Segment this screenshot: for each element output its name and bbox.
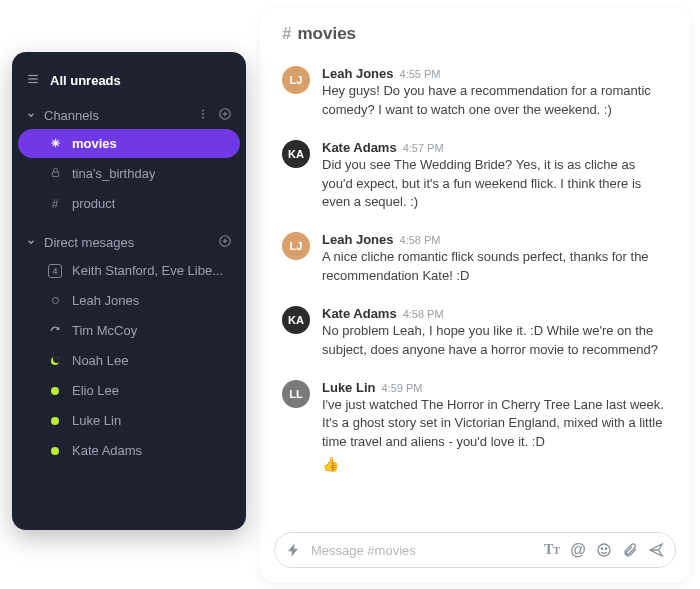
svg-rect-12 bbox=[52, 172, 58, 177]
message-author[interactable]: Kate Adams bbox=[322, 140, 397, 155]
dm-label: Kate Adams bbox=[72, 443, 142, 458]
svg-point-6 bbox=[202, 110, 204, 112]
presence-online-icon bbox=[51, 387, 59, 395]
presence-idle-icon bbox=[51, 357, 59, 365]
message-time: 4:58 PM bbox=[403, 308, 444, 320]
dm-item[interactable]: Leah Jones bbox=[18, 286, 240, 315]
message-time: 4:55 PM bbox=[400, 68, 441, 80]
svg-point-1 bbox=[601, 548, 602, 549]
composer[interactable]: TT @ bbox=[274, 532, 676, 568]
channels-more-icon[interactable] bbox=[196, 108, 210, 123]
dm-item[interactable]: 4Keith Stanford, Eve Libe... bbox=[18, 256, 240, 285]
message-time: 4:59 PM bbox=[381, 382, 422, 394]
dm-item[interactable]: Luke Lin bbox=[18, 406, 240, 435]
hash-icon: # bbox=[48, 197, 62, 211]
dm-item[interactable]: Tim McCoy bbox=[18, 316, 240, 345]
channels-section-header[interactable]: Channels bbox=[12, 99, 246, 128]
message: LJLeah Jones4:55 PMHey guys! Do you have… bbox=[282, 60, 668, 134]
chat-header: #movies bbox=[260, 8, 690, 56]
attach-icon[interactable] bbox=[621, 541, 639, 559]
hash-icon: ✳︎ bbox=[48, 137, 62, 150]
reaction-thumbs-up[interactable]: 👍 bbox=[322, 456, 668, 472]
channel-label: movies bbox=[72, 136, 117, 151]
dm-label: Leah Jones bbox=[72, 293, 139, 308]
composer-input[interactable] bbox=[311, 543, 535, 558]
dm-label: Direct mesages bbox=[44, 235, 210, 250]
message-author[interactable]: Leah Jones bbox=[322, 232, 394, 247]
send-icon[interactable] bbox=[647, 541, 665, 559]
chevron-down-icon bbox=[26, 108, 36, 123]
mention-icon[interactable]: @ bbox=[569, 541, 587, 559]
svg-point-8 bbox=[202, 117, 204, 119]
dm-section-header[interactable]: Direct mesages bbox=[12, 226, 246, 255]
dm-item[interactable]: Kate Adams bbox=[18, 436, 240, 465]
avatar[interactable]: LJ bbox=[282, 66, 310, 94]
message-time: 4:57 PM bbox=[403, 142, 444, 154]
svg-point-2 bbox=[605, 548, 606, 549]
chat-panel: #movies LJLeah Jones4:55 PMHey guys! Do … bbox=[260, 8, 690, 582]
dm-label: Tim McCoy bbox=[72, 323, 137, 338]
message-text: Hey guys! Do you have a recommendation f… bbox=[322, 82, 668, 120]
message-author[interactable]: Kate Adams bbox=[322, 306, 397, 321]
avatar[interactable]: LJ bbox=[282, 232, 310, 260]
format-icon[interactable]: TT bbox=[543, 541, 561, 559]
hash-icon: # bbox=[282, 24, 291, 43]
message: LJLeah Jones4:58 PMA nice cliche romanti… bbox=[282, 226, 668, 300]
avatar[interactable]: KA bbox=[282, 140, 310, 168]
presence-online-icon bbox=[51, 447, 59, 455]
lightning-icon[interactable] bbox=[285, 541, 303, 559]
message-text: A nice cliche romantic flick sounds perf… bbox=[322, 248, 668, 286]
message-text: Did you see The Wedding Bride? Yes, it i… bbox=[322, 156, 668, 213]
message-list[interactable]: LJLeah Jones4:55 PMHey guys! Do you have… bbox=[260, 56, 690, 528]
sidebar: All unreads Channels ✳︎moviestina's_birt… bbox=[12, 52, 246, 530]
channel-item-movies[interactable]: ✳︎movies bbox=[18, 129, 240, 158]
channel-label: tina's_birthday bbox=[72, 166, 155, 181]
avatar[interactable]: LL bbox=[282, 380, 310, 408]
message-author[interactable]: Leah Jones bbox=[322, 66, 394, 81]
message: KAKate Adams4:57 PMDid you see The Weddi… bbox=[282, 134, 668, 227]
dm-item[interactable]: Noah Lee bbox=[18, 346, 240, 375]
list-icon bbox=[26, 72, 40, 89]
presence-online-icon bbox=[51, 417, 59, 425]
message-time: 4:58 PM bbox=[400, 234, 441, 246]
dm-label: Luke Lin bbox=[72, 413, 121, 428]
lock-icon bbox=[48, 167, 62, 181]
chevron-down-icon bbox=[26, 235, 36, 250]
avatar[interactable]: KA bbox=[282, 306, 310, 334]
channels-label: Channels bbox=[44, 108, 188, 123]
message: KAKate Adams4:58 PMNo problem Leah, I ho… bbox=[282, 300, 668, 374]
dm-label: Keith Stanford, Eve Libe... bbox=[72, 263, 223, 278]
dm-label: Elio Lee bbox=[72, 383, 119, 398]
dm-count-badge: 4 bbox=[48, 264, 62, 278]
channel-title: movies bbox=[297, 24, 356, 43]
add-channel-icon[interactable] bbox=[218, 107, 232, 124]
dm-item[interactable]: Elio Lee bbox=[18, 376, 240, 405]
message: LLLuke Lin4:59 PMI've just watched The H… bbox=[282, 374, 668, 487]
channel-item-tina-s-birthday[interactable]: tina's_birthday bbox=[18, 159, 240, 188]
add-dm-icon[interactable] bbox=[218, 234, 232, 251]
dm-label: Noah Lee bbox=[72, 353, 128, 368]
all-unreads-row[interactable]: All unreads bbox=[12, 66, 246, 99]
message-author[interactable]: Luke Lin bbox=[322, 380, 375, 395]
channel-item-product[interactable]: #product bbox=[18, 189, 240, 218]
all-unreads-label: All unreads bbox=[50, 73, 121, 88]
emoji-icon[interactable] bbox=[595, 541, 613, 559]
message-text: I've just watched The Horror in Cherry T… bbox=[322, 396, 668, 453]
svg-point-7 bbox=[202, 113, 204, 115]
channel-label: product bbox=[72, 196, 115, 211]
svg-point-0 bbox=[598, 544, 610, 556]
refresh-icon bbox=[48, 324, 62, 338]
presence-away-icon bbox=[52, 297, 59, 304]
message-text: No problem Leah, I hope you like it. :D … bbox=[322, 322, 668, 360]
